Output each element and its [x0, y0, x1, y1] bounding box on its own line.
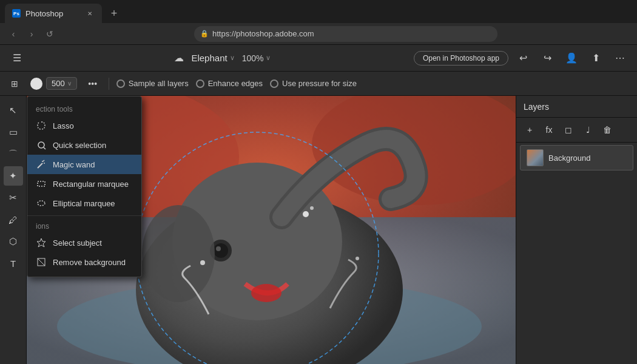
tab-favicon: Ps: [12, 9, 21, 18]
elliptical-marquee-item[interactable]: Elliptical marquee: [27, 194, 141, 213]
pressure-size-radio[interactable]: [270, 79, 278, 88]
brush-preview: [30, 78, 42, 90]
tab-close-button[interactable]: ✕: [85, 8, 95, 18]
mask-button[interactable]: ◻: [560, 121, 577, 138]
svg-line-18: [44, 147, 46, 149]
back-button[interactable]: ‹: [7, 28, 19, 40]
svg-point-15: [310, 206, 314, 210]
enhance-edges-radio[interactable]: [196, 79, 204, 88]
refresh-button[interactable]: ↺: [44, 28, 56, 40]
elliptical-marquee-label: Elliptical marquee: [53, 199, 115, 208]
zoom-control[interactable]: 100% ∨: [242, 53, 271, 63]
svg-point-13: [356, 257, 359, 260]
remove-background-label: Remove background: [53, 258, 126, 267]
options-toolbar: ⊞ 500 ∨ ••• Sample all layers Enhance ed…: [0, 72, 637, 96]
profile-button[interactable]: 👤: [562, 49, 581, 68]
tab-bar: Ps Photoshop ✕ +: [0, 0, 637, 23]
browser-chrome: Ps Photoshop ✕ + ‹ › ↺ 🔒 https://photosh…: [0, 0, 637, 45]
main-content: ↖ ▭ ⌒ ✦ ✂ 🖊 ⬡ T: [0, 96, 637, 364]
url-text: https://photoshop.adobe.com: [212, 29, 314, 38]
tab-title: Photoshop: [25, 9, 63, 18]
delete-layer-button[interactable]: 🗑: [599, 121, 616, 138]
quick-selection-item[interactable]: Quick selection: [27, 135, 141, 155]
share-button[interactable]: ⬆: [586, 49, 605, 68]
svg-point-24: [38, 201, 45, 206]
pressure-size-option[interactable]: Use pressure for size: [270, 79, 357, 88]
svg-point-10: [142, 205, 215, 302]
marquee-tool-button[interactable]: ▭: [4, 123, 23, 142]
url-bar[interactable]: 🔒 https://photoshop.adobe.com: [194, 26, 497, 42]
adjustment-button[interactable]: ♩: [579, 121, 596, 138]
layer-thumbnail: [527, 149, 544, 166]
app-header: ☰ ☁ Elephant ∨ 100% ∨ Open in Photoshop …: [0, 45, 637, 72]
svg-point-11: [251, 284, 281, 302]
rectangular-marquee-label: Rectangular marquee: [53, 180, 129, 189]
redo-button[interactable]: ↪: [538, 49, 557, 68]
brush-control: 500 ∨: [30, 77, 77, 90]
magic-wand-label: Magic wand: [53, 160, 95, 169]
layers-panel-header: Layers: [516, 96, 637, 118]
undo-button[interactable]: ↩: [513, 49, 533, 68]
app-container: ☰ ☁ Elephant ∨ 100% ∨ Open in Photoshop …: [0, 45, 637, 364]
lasso-icon: [36, 120, 47, 131]
svg-line-19: [38, 163, 42, 168]
svg-point-8: [214, 243, 228, 258]
layer-name: Background: [548, 153, 590, 163]
canvas-area[interactable]: ection tools Lasso Quick selection: [27, 96, 516, 364]
popup-divider: [27, 215, 141, 216]
lasso-tool-button[interactable]: ⌒: [4, 144, 23, 164]
crop-tool-button[interactable]: ✂: [4, 188, 23, 207]
rectangular-marquee-item[interactable]: Rectangular marquee: [27, 174, 141, 194]
svg-rect-23: [38, 181, 45, 186]
document-name[interactable]: Elephant ∨: [191, 53, 234, 63]
lock-icon: 🔒: [200, 30, 209, 38]
actions-section-title: ions: [27, 218, 141, 233]
quick-selection-icon: [36, 140, 47, 150]
layers-panel: Layers + fx ◻ ♩ 🗑 Background: [516, 96, 637, 364]
select-subject-icon: [36, 237, 47, 248]
brush-tool-button[interactable]: 🖊: [4, 210, 23, 229]
magic-wand-icon: [36, 159, 47, 170]
hamburger-button[interactable]: ☰: [7, 49, 27, 68]
select-subject-item[interactable]: Select subject: [27, 233, 141, 252]
rectangular-marquee-icon: [36, 178, 47, 189]
svg-point-17: [38, 142, 44, 148]
toolbar-divider: [109, 78, 109, 90]
forward-button[interactable]: ›: [25, 28, 38, 40]
new-tab-button[interactable]: +: [106, 5, 123, 22]
lasso-tool-item[interactable]: Lasso: [27, 116, 141, 135]
select-subject-label: Select subject: [53, 238, 102, 248]
selection-tools-popup: ection tools Lasso Quick selection: [27, 96, 142, 277]
enhance-edges-option[interactable]: Enhance edges: [196, 79, 263, 88]
svg-marker-25: [37, 238, 46, 247]
layers-actions-bar: + fx ◻ ♩ 🗑: [516, 118, 637, 143]
remove-background-item[interactable]: Remove background: [27, 252, 141, 272]
tool-preset-button[interactable]: ⊞: [6, 75, 23, 92]
browser-tab[interactable]: Ps Photoshop ✕: [5, 4, 102, 23]
brush-size-control[interactable]: 500 ∨: [46, 77, 77, 90]
fx-button[interactable]: fx: [541, 121, 558, 138]
more-options-button[interactable]: ⋯: [610, 49, 630, 68]
header-right: Open in Photoshop app ↩ ↪ 👤 ⬆ ⋯: [414, 49, 630, 68]
svg-point-9: [216, 246, 221, 251]
lasso-label: Lasso: [53, 121, 74, 130]
address-bar: ‹ › ↺ 🔒 https://photoshop.adobe.com: [0, 23, 637, 45]
toolbar-more-button[interactable]: •••: [84, 75, 101, 92]
header-center: ☁ Elephant ∨ 100% ∨: [32, 52, 414, 64]
magic-wand-tool-button[interactable]: ✦: [4, 166, 23, 186]
shape-tool-button[interactable]: ⬡: [4, 232, 23, 251]
elliptical-marquee-icon: [36, 198, 47, 209]
text-tool-button[interactable]: T: [4, 254, 23, 273]
tools-panel: ↖ ▭ ⌒ ✦ ✂ 🖊 ⬡ T: [0, 96, 27, 364]
background-layer-item[interactable]: Background: [520, 145, 633, 170]
open-in-app-button[interactable]: Open in Photoshop app: [414, 51, 508, 66]
remove-background-icon: [36, 257, 47, 268]
cloud-icon: ☁: [174, 52, 184, 64]
add-layer-button[interactable]: +: [521, 121, 538, 138]
quick-selection-label: Quick selection: [53, 141, 106, 150]
sample-all-layers-option[interactable]: Sample all layers: [116, 79, 189, 88]
move-tool-button[interactable]: ↖: [4, 101, 23, 120]
selection-tools-section-title: ection tools: [27, 101, 141, 116]
sample-all-layers-radio[interactable]: [116, 79, 125, 88]
magic-wand-item[interactable]: Magic wand: [27, 155, 141, 174]
